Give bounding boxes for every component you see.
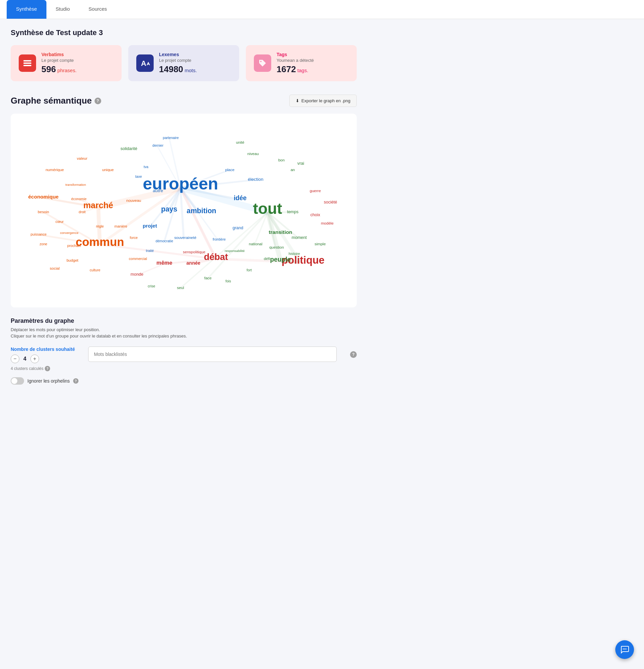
svg-text:question: question xyxy=(269,245,284,249)
svg-text:simple: simple xyxy=(314,242,326,246)
svg-text:valeur: valeur xyxy=(77,156,88,160)
svg-text:défi: défi xyxy=(264,257,270,261)
svg-text:commercial: commercial xyxy=(129,257,147,261)
cluster-sub: 4 clusters calculés ? xyxy=(11,366,75,371)
svg-text:idée: idée xyxy=(234,195,247,201)
svg-text:société: société xyxy=(324,200,337,204)
cluster-increment-button[interactable]: + xyxy=(30,355,39,363)
svg-text:ambition: ambition xyxy=(187,207,216,215)
svg-text:peuple: peuple xyxy=(270,256,291,263)
svg-text:commun: commun xyxy=(76,236,124,248)
lexemes-label: Lexemes xyxy=(159,52,197,57)
cluster-sub-text: 4 clusters calculés xyxy=(11,366,43,371)
svg-text:sens: sens xyxy=(183,250,191,254)
params-desc2: Cliquer sur le mot d'un groupe pour ouvr… xyxy=(11,333,357,339)
tags-icon xyxy=(254,55,271,72)
svg-text:face: face xyxy=(204,276,211,280)
svg-rect-1 xyxy=(24,62,31,64)
svg-text:partenaire: partenaire xyxy=(163,136,179,140)
svg-text:dernier: dernier xyxy=(152,143,163,147)
svg-text:culture: culture xyxy=(90,268,101,272)
verbatims-card[interactable]: Verbatims Le projet compte 596 phrases. xyxy=(11,45,121,81)
svg-text:taxe: taxe xyxy=(135,174,142,179)
orphans-toggle[interactable] xyxy=(11,377,24,385)
cluster-help-icon[interactable]: ? xyxy=(45,366,50,371)
svg-text:économie: économie xyxy=(71,197,87,201)
main-content: Synthèse de Test update 3 Verbatims Le p… xyxy=(0,19,367,394)
svg-text:temps: temps xyxy=(287,210,298,214)
svg-text:prochain: prochain xyxy=(67,244,81,247)
graph-title: Graphe sémantique ? xyxy=(11,96,101,106)
lexemes-card[interactable]: A Lexemes Le projet compte 14980 mots. xyxy=(128,45,239,81)
svg-text:solidarité: solidarité xyxy=(121,146,137,151)
tab-studio[interactable]: Studio xyxy=(46,0,79,19)
tags-text: Tags Youmean a détecté 1672 tags. xyxy=(277,52,314,74)
tags-card[interactable]: Tags Youmean a détecté 1672 tags. xyxy=(246,45,357,81)
cluster-value: 4 xyxy=(24,356,26,362)
graph-help-icon[interactable]: ? xyxy=(94,98,101,104)
tab-synthese[interactable]: Synthèse xyxy=(7,0,46,19)
svg-text:économique: économique xyxy=(28,194,59,199)
svg-text:vrai: vrai xyxy=(297,161,304,166)
svg-text:politique: politique xyxy=(191,250,205,254)
svg-text:même: même xyxy=(156,260,172,266)
svg-text:règle: règle xyxy=(96,224,104,228)
svg-text:frontière: frontière xyxy=(213,237,226,241)
svg-text:pays: pays xyxy=(161,205,177,213)
graph-title-text: Graphe sémantique xyxy=(11,96,92,106)
blacklist-control xyxy=(88,346,337,362)
page-title: Synthèse de Test update 3 xyxy=(11,28,357,37)
lexemes-unit: mots. xyxy=(185,68,197,73)
graph-section-header: Graphe sémantique ? ⬇ Exporter le graph … xyxy=(11,95,357,107)
svg-text:unité: unité xyxy=(236,140,244,144)
export-graph-button[interactable]: ⬇ Exporter le graph en .png xyxy=(289,95,357,107)
svg-text:zone: zone xyxy=(40,242,47,246)
tabs-bar: Synthèse Studio Sources xyxy=(0,0,644,19)
orphans-help-icon[interactable]: ? xyxy=(73,378,78,384)
svg-text:choix: choix xyxy=(310,213,320,217)
svg-text:marché: marché xyxy=(83,200,113,210)
verbatims-desc: Le projet compte xyxy=(41,58,76,63)
cluster-label: Nombre de clusters souhaité xyxy=(11,346,75,352)
svg-text:élection: élection xyxy=(248,177,264,182)
svg-text:unique: unique xyxy=(102,168,114,172)
svg-text:transition: transition xyxy=(268,229,292,235)
svg-point-5 xyxy=(260,61,262,62)
svg-text:autre: autre xyxy=(153,188,163,193)
svg-text:bon: bon xyxy=(278,158,284,162)
svg-text:débat: débat xyxy=(204,252,228,262)
lexemes-number: 14980 mots. xyxy=(159,64,197,74)
params-controls: Nombre de clusters souhaité − 4 + 4 clus… xyxy=(11,346,357,371)
tags-label: Tags xyxy=(277,52,314,57)
svg-text:seul: seul xyxy=(177,286,184,290)
toggle-label: Ignorer les orphelins xyxy=(27,378,70,384)
svg-text:budget: budget xyxy=(67,258,78,262)
blacklist-help-icon[interactable]: ? xyxy=(350,351,357,358)
svg-text:moment: moment xyxy=(292,235,307,240)
cluster-decrement-button[interactable]: − xyxy=(11,355,19,363)
svg-text:fort: fort xyxy=(247,268,251,272)
svg-text:nouveau: nouveau xyxy=(126,199,141,202)
blacklist-input[interactable] xyxy=(88,346,337,362)
svg-text:force: force xyxy=(130,236,138,240)
cluster-stepper: − 4 + xyxy=(11,355,75,363)
svg-text:social: social xyxy=(50,266,60,270)
svg-text:année: année xyxy=(186,260,201,266)
svg-text:puissance: puissance xyxy=(31,232,47,236)
semantic-graph-svg: européen tout commun politique marché dé… xyxy=(14,117,353,304)
svg-text:numérique: numérique xyxy=(45,168,64,172)
svg-text:modèle: modèle xyxy=(321,221,334,225)
svg-text:responsabilité: responsabilité xyxy=(225,249,245,253)
tab-sources[interactable]: Sources xyxy=(79,0,116,19)
graph-container: européen tout commun politique marché dé… xyxy=(11,114,357,308)
toggle-row: Ignorer les orphelins ? xyxy=(11,377,357,385)
svg-text:manière: manière xyxy=(115,224,127,228)
params-section: Paramètres du graphe Déplacer les mots p… xyxy=(11,317,357,385)
verbatims-label: Verbatims xyxy=(41,52,76,57)
download-icon: ⬇ xyxy=(296,98,299,103)
cluster-control: Nombre de clusters souhaité − 4 + 4 clus… xyxy=(11,346,75,371)
svg-text:national: national xyxy=(249,242,263,246)
lexemes-desc: Le projet compte xyxy=(159,58,197,63)
svg-text:convergence: convergence xyxy=(60,231,78,234)
tags-unit: tags. xyxy=(297,68,308,73)
